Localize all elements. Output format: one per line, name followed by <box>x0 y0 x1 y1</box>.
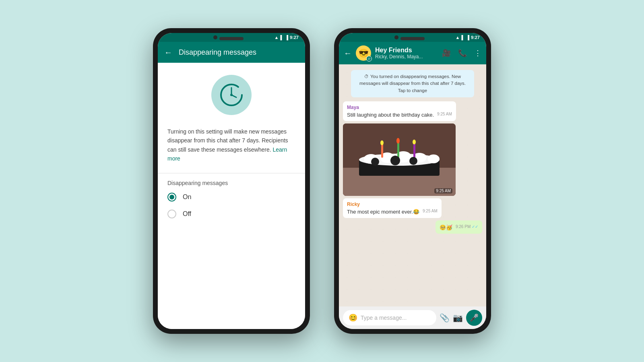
message-cake-image: 9:25 AM <box>343 123 456 196</box>
image-time: 9:25 AM <box>434 188 452 193</box>
group-members: Ricky, Dennis, Maya... <box>375 54 438 60</box>
disappearing-icon <box>211 75 252 115</box>
radio-on[interactable] <box>167 193 176 202</box>
phone2-camera <box>394 35 398 39</box>
msg-text-ricky: The most epic moment ever.😂 <box>347 209 419 215</box>
phones-container: ▲ ▌ ▐ 9:27 ← Disappearing messages <box>153 28 491 334</box>
message-maya-text: Maya Still laughing about the birthday c… <box>343 101 456 121</box>
signal-icon-2: ▌ <box>461 35 464 40</box>
system-clock-icon: ⏱ <box>364 74 369 79</box>
video-call-icon[interactable]: 🎥 <box>442 49 451 58</box>
chat-back-button[interactable]: ← <box>344 49 352 58</box>
wifi-icon-2: ▲ <box>455 35 460 40</box>
wifi-icon: ▲ <box>274 35 279 40</box>
attach-button[interactable]: 📎 <box>440 313 450 323</box>
option-off[interactable]: Off <box>167 210 295 218</box>
system-message[interactable]: ⏱ You turned on disappearing messages. N… <box>351 70 474 97</box>
group-avatar: 😎 ⏱ <box>356 45 371 61</box>
emoji-button[interactable]: 😊 <box>349 313 357 322</box>
option-on[interactable]: On <box>167 193 295 202</box>
chat-input-bar: 😊 Type a message... 📎 📷 🎤 <box>339 306 486 329</box>
chat-header: ← 😎 ⏱ Hey Friends Ricky, Dennis, Maya...… <box>339 42 486 64</box>
section-label: Disappearing messages <box>167 180 295 186</box>
radio-off[interactable] <box>167 210 176 218</box>
battery-icon: ▐ <box>285 35 288 40</box>
msg-time-maya: 9:25 AM <box>437 112 452 116</box>
divider <box>158 173 305 173</box>
svg-rect-13 <box>381 144 383 158</box>
msg-time-ricky: 9:25 AM <box>423 209 438 213</box>
sender-ricky: Ricky <box>347 202 438 207</box>
svg-point-19 <box>371 158 379 166</box>
page-title: Disappearing messages <box>179 48 256 57</box>
msg-text-maya: Still laughing about the birthday cake. <box>347 112 434 118</box>
phone-call-icon[interactable]: 📞 <box>458 49 467 58</box>
chat-info[interactable]: Hey Friends Ricky, Dennis, Maya... <box>375 47 438 60</box>
chat-action-icons: 🎥 📞 ⋮ <box>442 49 481 58</box>
svg-point-16 <box>396 138 400 144</box>
phone-1-screen: ▲ ▌ ▐ 9:27 ← Disappearing messages <box>158 33 305 329</box>
phone-speaker <box>219 37 244 40</box>
message-sent-emoji: 🥺🥳 9:26 PM <box>436 220 482 234</box>
svg-rect-15 <box>397 142 399 158</box>
sender-maya: Maya <box>347 105 452 110</box>
chat-body: ⏱ You turned on disappearing messages. N… <box>339 64 486 306</box>
option-off-label: Off <box>183 210 191 218</box>
battery-icon-2: ▐ <box>466 35 469 40</box>
status-time-2: 9:27 <box>471 35 480 40</box>
more-options-icon[interactable]: ⋮ <box>474 49 481 58</box>
svg-rect-17 <box>413 143 415 158</box>
phone-2-screen: ▲ ▌ ▐ 9:27 ← 😎 ⏱ Hey Friends Ricky, Denn… <box>339 33 486 329</box>
phone-1: ▲ ▌ ▐ 9:27 ← Disappearing messages <box>153 28 310 334</box>
phone1-header: ← Disappearing messages <box>158 42 305 63</box>
signal-icon: ▌ <box>280 35 283 40</box>
svg-point-18 <box>413 140 416 144</box>
cake-svg <box>343 123 456 196</box>
svg-point-21 <box>409 157 417 165</box>
input-placeholder: Type a message... <box>361 315 431 321</box>
msg-text-sent: 🥺🥳 <box>440 224 452 230</box>
clock-svg <box>219 83 244 107</box>
phone-2: ▲ ▌ ▐ 9:27 ← 😎 ⏱ Hey Friends Ricky, Denn… <box>334 28 491 334</box>
msg-time-sent: 9:26 PM <box>456 224 478 229</box>
description-text: Turning on this setting will make new me… <box>167 127 295 163</box>
option-on-label: On <box>183 193 191 201</box>
svg-line-3 <box>231 95 236 97</box>
svg-point-14 <box>380 140 384 145</box>
mic-button[interactable]: 🎤 <box>466 310 482 326</box>
camera-button[interactable]: 📷 <box>453 313 463 323</box>
message-ricky: Ricky The most epic moment ever.😂 9:25 A… <box>343 198 442 218</box>
svg-point-12 <box>427 154 440 163</box>
status-time-1: 9:27 <box>290 35 299 40</box>
phone1-content: Turning on this setting will make new me… <box>158 63 305 329</box>
svg-point-20 <box>390 156 400 165</box>
phone2-speaker <box>400 37 425 40</box>
disappearing-badge: ⏱ <box>366 56 372 62</box>
cake-visual <box>343 123 456 196</box>
back-button[interactable]: ← <box>164 48 172 57</box>
group-name: Hey Friends <box>375 47 438 54</box>
phone-camera <box>213 35 217 39</box>
chat-input-field[interactable]: 😊 Type a message... <box>343 310 436 325</box>
